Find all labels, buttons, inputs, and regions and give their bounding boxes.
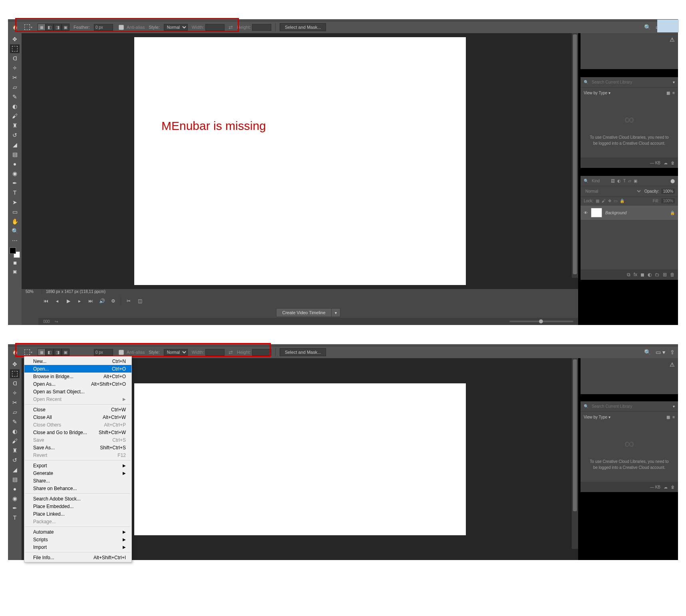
- layer-visibility-icon[interactable]: 👁: [584, 211, 588, 215]
- lock-all-icon[interactable]: 🔒: [620, 199, 624, 203]
- blend-mode-select[interactable]: Normal: [584, 189, 642, 194]
- screen-mode-icon[interactable]: ▣: [10, 267, 20, 275]
- lib-list-icon[interactable]: ≡: [672, 415, 675, 419]
- menu-item-open-as-smart-object[interactable]: Open as Smart Object...: [24, 388, 131, 395]
- lib-dropdown-icon[interactable]: ▾: [673, 404, 675, 409]
- menu-item-open-as[interactable]: Open As...Alt+Shift+Ctrl+O: [24, 380, 131, 388]
- menu-item-scripts[interactable]: Scripts▶: [24, 536, 131, 543]
- tl-play-icon[interactable]: ▶: [65, 298, 72, 304]
- tl-next-frame-icon[interactable]: ▸: [76, 298, 83, 304]
- canvas[interactable]: [134, 383, 466, 535]
- tool-magic-wand[interactable]: ✧: [10, 64, 20, 72]
- tool-blur[interactable]: ●: [10, 159, 20, 168]
- menu-item-search-adobe-stock[interactable]: Search Adobe Stock...: [24, 495, 131, 502]
- tool-crop[interactable]: ✂: [10, 73, 20, 82]
- fg-bg-colors[interactable]: [10, 247, 20, 258]
- tl-transition-icon[interactable]: ◫: [136, 298, 143, 304]
- tl-last-frame-icon[interactable]: ⏭: [87, 298, 94, 304]
- tool-gradient[interactable]: ▤: [10, 150, 20, 159]
- tl-audio-icon[interactable]: 🔊: [98, 298, 105, 304]
- opacity-value[interactable]: 100%: [661, 189, 675, 194]
- lib-list-icon[interactable]: ≡: [672, 91, 675, 95]
- tool-move[interactable]: ✥: [10, 35, 20, 44]
- tool-magic-wand[interactable]: ✧: [10, 389, 20, 397]
- tool-type[interactable]: T: [10, 188, 20, 197]
- tool-history-brush[interactable]: ↺: [10, 131, 20, 140]
- filter-shape-icon[interactable]: ▱: [628, 179, 631, 183]
- menu-item-new[interactable]: New...Ctrl+N: [24, 357, 131, 365]
- tool-clone[interactable]: ♜: [10, 121, 20, 130]
- lib-search-input[interactable]: [591, 404, 670, 409]
- tool-lasso[interactable]: ᗡ: [10, 54, 20, 63]
- lib-view-label[interactable]: View by Type: [584, 91, 607, 95]
- filter-adjust-icon[interactable]: ◐: [617, 179, 621, 183]
- tool-dodge[interactable]: ◉: [10, 169, 20, 178]
- tl-settings-icon[interactable]: ⚙: [109, 298, 117, 304]
- lib-search-input[interactable]: [591, 80, 670, 85]
- lock-trans-icon[interactable]: ▦: [596, 199, 599, 203]
- lock-pixel-icon[interactable]: 🖌: [602, 199, 606, 203]
- tool-eraser[interactable]: ◢: [10, 465, 20, 474]
- vertical-scrollbar[interactable]: [572, 358, 578, 549]
- select-and-mask-button[interactable]: Select and Mask...: [280, 348, 326, 356]
- tool-eyedropper[interactable]: ✎: [10, 92, 20, 101]
- search-icon[interactable]: 🔍: [644, 24, 651, 30]
- tool-brush[interactable]: 🖌: [10, 112, 20, 120]
- tool-dodge[interactable]: ◉: [10, 494, 20, 503]
- tool-path-select[interactable]: ➤: [10, 198, 20, 207]
- tool-hand[interactable]: ✋: [10, 217, 20, 226]
- tl-prev-frame-icon[interactable]: ◂: [54, 298, 61, 304]
- filter-toggle[interactable]: ⬤: [670, 179, 675, 183]
- tool-clone[interactable]: ♜: [10, 446, 20, 455]
- lib-grid-icon[interactable]: ▦: [666, 91, 670, 95]
- fx-icon[interactable]: fx: [634, 272, 637, 277]
- quick-mask-icon[interactable]: ◼: [10, 259, 20, 267]
- menu-item-export[interactable]: Export▶: [24, 462, 131, 469]
- tool-history-brush[interactable]: ↺: [10, 456, 20, 464]
- canvas[interactable]: [134, 37, 466, 285]
- menu-item-close-all[interactable]: Close AllAlt+Ctrl+W: [24, 413, 131, 421]
- tool-brush[interactable]: 🖌: [10, 437, 20, 445]
- doc-info[interactable]: 1890 px x 1417 px (118,11 ppcm): [42, 289, 105, 294]
- tool-healing[interactable]: ◐: [10, 427, 20, 436]
- menu-item-share[interactable]: Share...: [24, 477, 131, 484]
- menu-item-automate[interactable]: Automate▶: [24, 528, 131, 536]
- menu-item-share-on-behance[interactable]: Share on Behance...: [24, 484, 131, 492]
- layer-name[interactable]: Background: [605, 211, 626, 215]
- mask-icon[interactable]: ◼: [640, 272, 644, 277]
- tl-first-frame-icon[interactable]: ⏮: [42, 298, 50, 304]
- tool-eraser[interactable]: ◢: [10, 140, 20, 149]
- share-icon[interactable]: ⇪: [670, 349, 675, 355]
- tool-marquee[interactable]: [10, 44, 20, 53]
- tl-split-icon[interactable]: ✂: [125, 298, 132, 304]
- group-icon[interactable]: 🗀: [655, 272, 660, 277]
- create-video-timeline-button[interactable]: Create Video Timeline: [276, 308, 331, 317]
- tool-pen[interactable]: ✒: [10, 179, 20, 187]
- adjustment-icon[interactable]: ◐: [648, 272, 652, 277]
- menu-item-browse-in-bridge[interactable]: Browse in Bridge...Alt+Ctrl+O: [24, 373, 131, 380]
- create-timeline-dropdown[interactable]: ▾: [332, 308, 340, 317]
- lib-grid-icon[interactable]: ▦: [666, 415, 670, 419]
- tool-type[interactable]: T: [10, 513, 20, 522]
- tool-marquee[interactable]: [10, 369, 20, 378]
- filter-type-icon[interactable]: T: [623, 179, 626, 183]
- filter-pixel-icon[interactable]: 🖼: [611, 179, 615, 183]
- layer-row-background[interactable]: 👁 Background 🔒: [581, 205, 678, 220]
- tool-lasso[interactable]: ᗡ: [10, 379, 20, 388]
- tool-pen[interactable]: ✒: [10, 504, 20, 512]
- search-icon[interactable]: 🔍: [644, 349, 651, 355]
- workspace-switcher-icon[interactable]: ▭ ▾: [656, 349, 665, 355]
- lib-dropdown-icon[interactable]: ▾: [673, 80, 675, 84]
- cloud-doc-thumb[interactable]: [657, 20, 679, 32]
- lock-nest-icon[interactable]: ▭: [614, 199, 617, 203]
- tool-crop[interactable]: ✂: [10, 398, 20, 407]
- tool-gradient[interactable]: ▤: [10, 475, 20, 484]
- menu-item-open[interactable]: Open...Ctrl+O: [24, 365, 131, 373]
- tool-move[interactable]: ✥: [10, 360, 20, 369]
- tool-blur[interactable]: ●: [10, 484, 20, 493]
- menu-item-close-and-go-to-bridge[interactable]: Close and Go to Bridge...Shift+Ctrl+W: [24, 429, 131, 436]
- tool-more[interactable]: ⋯: [10, 236, 20, 245]
- link-layers-icon[interactable]: ⧉: [627, 272, 630, 277]
- lib-sync-icon[interactable]: ☁: [664, 485, 668, 489]
- lib-trash-icon[interactable]: 🗑: [671, 485, 675, 489]
